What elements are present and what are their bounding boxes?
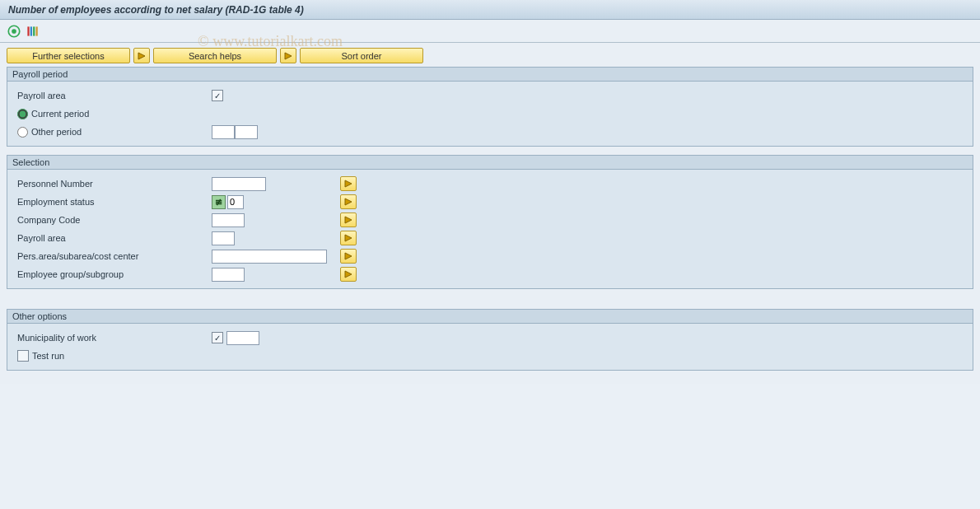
multiple-selection-button[interactable] — [340, 194, 357, 209]
municipality-label: Municipality of work — [14, 333, 212, 343]
group-other-options: Other options Municipality of work Test … — [7, 309, 973, 371]
content-area: Further selections Search helps Sort ord… — [0, 43, 980, 384]
not-equal-icon[interactable]: ≢ — [212, 195, 226, 209]
field-label: Employee group/subgroup — [14, 269, 212, 279]
selection-input[interactable] — [212, 231, 235, 245]
multiple-selection-button[interactable] — [340, 267, 357, 282]
app-toolbar — [0, 20, 980, 43]
payroll-area-checkbox[interactable] — [212, 90, 223, 101]
selection-row: Company Code — [14, 211, 966, 229]
field-label: Company Code — [14, 215, 212, 225]
multiple-selection-button[interactable] — [340, 176, 357, 191]
further-selections-button[interactable]: Further selections — [7, 48, 130, 63]
multiple-selection-button[interactable] — [340, 212, 357, 227]
other-period-radio[interactable] — [17, 127, 28, 138]
municipality-input[interactable] — [226, 331, 259, 345]
current-period-option[interactable]: Current period — [14, 109, 212, 119]
field-label: Payroll area — [14, 233, 212, 243]
page-title: Number of employees according to net sal… — [8, 4, 304, 16]
svg-rect-4 — [33, 26, 35, 35]
title-bar: Number of employees according to net sal… — [0, 0, 980, 20]
svg-rect-2 — [27, 26, 29, 35]
sort-order-button[interactable]: Sort order — [300, 48, 423, 63]
test-run-label: Test run — [32, 351, 64, 361]
test-run-option[interactable]: Test run — [14, 350, 212, 362]
field-label: Personnel Number — [14, 179, 212, 189]
top-button-row: Further selections Search helps Sort ord… — [7, 48, 973, 63]
group-title: Payroll period — [7, 68, 973, 82]
multiple-selection-button[interactable] — [340, 231, 357, 245]
selection-row: Employee group/subgroup — [14, 265, 966, 283]
selection-input[interactable] — [212, 213, 245, 227]
field-label: Employment status — [14, 197, 212, 207]
current-period-radio[interactable] — [17, 109, 28, 119]
arrow-button-2[interactable] — [280, 48, 296, 63]
municipality-checkbox[interactable] — [212, 332, 223, 343]
selection-input[interactable] — [212, 250, 327, 264]
group-title: Selection — [7, 156, 973, 170]
current-period-label: Current period — [31, 109, 89, 119]
svg-point-1 — [12, 29, 16, 34]
selection-input[interactable] — [212, 268, 245, 282]
selection-input[interactable] — [212, 177, 266, 191]
selection-row: Employment status≢ — [14, 193, 966, 211]
variant-icon[interactable] — [25, 25, 40, 38]
group-title: Other options — [7, 310, 973, 324]
payroll-area-label: Payroll area — [14, 91, 212, 100]
other-period-input-1[interactable] — [212, 125, 235, 139]
search-helps-button[interactable]: Search helps — [153, 48, 277, 63]
group-payroll-period: Payroll period Payroll area Current peri… — [7, 67, 973, 147]
selection-row: Payroll area — [14, 229, 966, 247]
other-period-label: Other period — [31, 127, 82, 137]
field-label: Pers.area/subarea/cost center — [14, 251, 212, 261]
svg-rect-5 — [36, 26, 38, 35]
execute-icon[interactable] — [7, 25, 21, 38]
test-run-checkbox[interactable] — [17, 350, 29, 362]
multiple-selection-button[interactable] — [340, 249, 357, 264]
arrow-button-1[interactable] — [133, 48, 150, 63]
group-selection: Selection Personnel NumberEmployment sta… — [7, 155, 973, 289]
selection-row: Personnel Number — [14, 175, 966, 193]
selection-row: Pers.area/subarea/cost center — [14, 247, 966, 265]
selection-input[interactable] — [227, 195, 244, 209]
other-period-input-2[interactable] — [235, 125, 258, 139]
svg-rect-3 — [30, 26, 32, 35]
other-period-option[interactable]: Other period — [14, 127, 212, 138]
